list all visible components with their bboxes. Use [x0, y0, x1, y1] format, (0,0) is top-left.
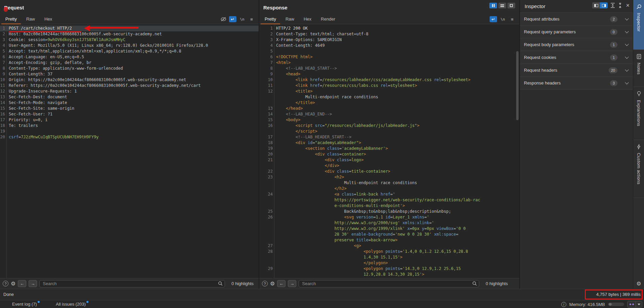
line-number	[259, 237, 273, 243]
inspector-icon	[636, 4, 642, 9]
response-search-input[interactable]	[299, 280, 479, 287]
line-number: 15	[0, 106, 5, 111]
line-text: Referer: https://0a2c00e104244acf8066083…	[5, 83, 201, 89]
tab-raw[interactable]: Raw	[22, 15, 40, 24]
request-search-input[interactable]	[39, 280, 225, 287]
rail-tab-custom-actions[interactable]: Custom actions	[633, 140, 644, 198]
inspector-section-request-headers[interactable]: Request headers20	[520, 64, 633, 77]
inspector-section-request-body-parameters[interactable]: Request body parameters1	[520, 38, 633, 51]
layout-single-button[interactable]	[507, 3, 515, 8]
expand-all-icon[interactable]	[610, 3, 615, 8]
event-log-button[interactable]: Event log (7)	[12, 302, 40, 307]
line-number: 14	[0, 100, 5, 106]
layout-columns-button[interactable]	[489, 3, 497, 8]
newline-chars-icon[interactable]: \n	[499, 16, 506, 22]
line-number: 18	[259, 140, 273, 146]
line-text: Sec-Fetch-User: ?1	[5, 111, 52, 117]
soft-wrap-icon[interactable]: ↵	[229, 16, 236, 22]
newline-chars-icon[interactable]: \n	[238, 16, 246, 22]
search-help-icon[interactable]: ?	[262, 281, 268, 286]
code-line: 28 30' enable-background='new 0 0 28 30'…	[259, 232, 519, 237]
inspector-section-request-cookies[interactable]: Request cookies1	[520, 51, 633, 64]
line-number: 23	[259, 174, 273, 180]
collapse-all-icon[interactable]	[618, 3, 622, 8]
line-number: 9	[0, 71, 5, 77]
chevron-down-icon[interactable]	[625, 42, 629, 46]
code-line: 8Content-Type: application/x-www-form-ur…	[0, 66, 259, 71]
code-line: </div>	[259, 163, 519, 169]
response-editor[interactable]: 1HTTP/2 200 OK2Content-Type: text/html; …	[259, 24, 519, 278]
response-scrollbar[interactable]	[516, 51, 519, 120]
line-number: 22	[259, 169, 273, 174]
search-settings-icon[interactable]: ⚙	[11, 281, 15, 286]
code-line: 11Referer: https://0a2c00e104244acf80660…	[0, 83, 259, 89]
chevron-down-icon[interactable]	[625, 55, 629, 59]
dock-left-button[interactable]	[592, 2, 600, 8]
line-text: </polygon>	[273, 260, 388, 266]
chevron-down-icon[interactable]	[625, 29, 629, 33]
chevron-down-icon[interactable]	[625, 68, 629, 71]
line-number	[259, 272, 273, 277]
code-line: 9 <head>	[259, 71, 519, 77]
hide-nonprinting-icon[interactable]	[220, 16, 227, 22]
info-icon[interactable]: i	[561, 302, 566, 307]
inspector-title: Inspector	[525, 3, 545, 9]
dock-right-button[interactable]	[600, 2, 608, 8]
line-text: User-Agent: Mozilla/5.0 (X11; Linux x86_…	[5, 43, 208, 48]
line-text: Content-Type: text/html; charset=utf-8	[273, 31, 369, 37]
code-line: 19	[0, 129, 259, 134]
soft-wrap-icon[interactable]: ↵	[490, 16, 497, 22]
tab-hex[interactable]: Hex	[40, 15, 57, 24]
line-text: <div class=logo>	[273, 157, 364, 163]
count-badge: 1	[610, 42, 617, 48]
status-done-label: Done	[3, 292, 14, 297]
layout-rows-button[interactable]	[498, 3, 506, 8]
inspector-section-request-query-parameters[interactable]: Request query parameters0	[520, 26, 633, 38]
section-label: Request attributes	[524, 16, 610, 22]
all-issues-button[interactable]: All issues (203)	[56, 302, 88, 307]
search-next-button[interactable]: →	[29, 280, 37, 287]
tab-pretty[interactable]: Pretty	[260, 15, 281, 24]
rail-tab-notes[interactable]: Notes	[633, 50, 644, 87]
code-line: 29 <polygon points='14.3,0 12.9,1.2 25.6…	[259, 266, 519, 272]
line-text: Content-Type: application/x-www-form-url…	[5, 66, 123, 71]
request-editor[interactable]: 1POST /cart/checkout HTTP/22Host: 0a2c00…	[0, 24, 259, 278]
search-next-button[interactable]: →	[288, 280, 296, 287]
rail-tab-inspector[interactable]: Inspector	[633, 0, 644, 50]
editor-menu-icon[interactable]: ≡	[248, 16, 255, 22]
search-prev-button[interactable]: ←	[18, 280, 26, 287]
chevron-down-icon[interactable]	[636, 301, 642, 307]
line-number: 17	[259, 134, 273, 140]
request-tabs: PrettyRawHex ↵ \n ≡	[0, 15, 259, 24]
ai-sparkle-icon[interactable]: ✦✦	[628, 301, 636, 307]
red-underline-annotation	[9, 31, 81, 32]
inspector-section-request-attributes[interactable]: Request attributes2	[520, 13, 633, 26]
tab-pretty[interactable]: Pretty	[1, 15, 22, 24]
code-line: 8 <!--LAB_HEAD_START-->	[259, 66, 519, 71]
line-text: <div class=container>	[273, 151, 366, 157]
response-search-row: ? ⚙ ← → 0 highlights	[259, 278, 519, 289]
line-text	[5, 129, 9, 134]
editor-menu-icon[interactable]: ≡	[508, 16, 516, 22]
search-settings-icon[interactable]: ⚙	[270, 281, 275, 286]
line-number: 11	[259, 83, 273, 89]
line-text: Cookie: session=9whOV6dkoy3snIJTS8TWl1Au…	[5, 37, 125, 43]
message-status-bar: Done 4,757 bytes | 369 millis	[0, 289, 644, 300]
inspector-section-response-headers[interactable]: Response headers3	[520, 77, 633, 90]
tab-render[interactable]: Render	[316, 15, 340, 24]
rail-tab-explanations[interactable]: Explanations	[633, 87, 644, 140]
search-prev-button[interactable]: ←	[277, 280, 286, 287]
code-line: 6Accept-Language: en-US,en;q=0.5	[0, 54, 259, 60]
tab-raw[interactable]: Raw	[281, 15, 299, 24]
line-text: <!--LAB_HEAD_END-->	[273, 111, 332, 117]
line-number: 1	[259, 26, 273, 31]
line-text: Sec-Fetch-Mode: navigate	[5, 100, 67, 106]
code-line: e-conditions-multi-endpoint'>	[259, 203, 519, 209]
close-icon[interactable]: ×	[626, 2, 630, 8]
tab-hex[interactable]: Hex	[299, 15, 316, 24]
chevron-down-icon[interactable]	[625, 16, 629, 20]
search-help-icon[interactable]: ?	[3, 281, 8, 286]
chevron-down-icon[interactable]	[625, 80, 629, 84]
rail-settings-icon[interactable]: ⚙	[633, 280, 644, 287]
code-line: 15Sec-Fetch-Site: same-origin	[0, 106, 259, 111]
